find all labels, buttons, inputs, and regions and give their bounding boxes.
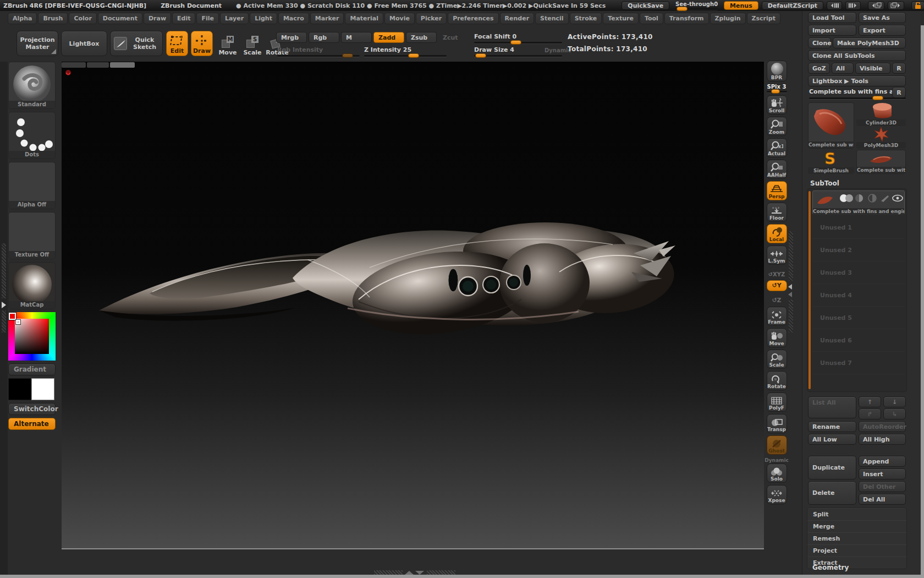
subtool-section-row[interactable]: Merge: [807, 520, 906, 532]
aahalf-button[interactable]: AAHalf: [767, 160, 787, 179]
export-button[interactable]: Export: [859, 25, 906, 36]
local-button[interactable]: Local: [767, 224, 787, 243]
current-stroke-thumb[interactable]: Dots: [8, 112, 56, 159]
menu-item[interactable]: Texture: [603, 13, 639, 24]
next-ui-button[interactable]: [888, 1, 904, 10]
insert-button[interactable]: Insert: [859, 468, 906, 479]
z-intensity-slider[interactable]: [364, 55, 447, 57]
clone-all-subtools-button[interactable]: Clone All SubTools: [808, 50, 906, 61]
canvas-top-scrollbar[interactable]: [62, 62, 135, 68]
all-low-button[interactable]: All Low: [808, 434, 856, 445]
goz-visible-button[interactable]: Visible: [855, 63, 890, 74]
spix-slider[interactable]: SPix 3: [767, 84, 787, 92]
append-button[interactable]: Append: [859, 456, 906, 467]
selected-tool-thumb[interactable]: Complete sub with: [808, 102, 854, 149]
del-all-button[interactable]: Del All: [859, 494, 906, 505]
z-intensity-knob[interactable]: [408, 53, 419, 58]
ghost-button[interactable]: Ghost: [767, 435, 787, 455]
simplebrush-thumb[interactable]: S SimpleBrush: [808, 150, 854, 174]
gradient-button[interactable]: Gradient: [8, 363, 56, 375]
menu-item[interactable]: Macro: [278, 13, 309, 24]
menu-item[interactable]: Light: [250, 13, 277, 24]
zadd-button[interactable]: Zadd: [373, 32, 404, 43]
save-as-button[interactable]: Save As: [859, 12, 906, 23]
subtool-header[interactable]: SubTool: [810, 179, 839, 187]
tray-up-arrow-icon[interactable]: [405, 571, 414, 575]
subtool-unused-row[interactable]: Unused 2: [812, 239, 905, 261]
rgb-intensity-knob[interactable]: [342, 53, 353, 58]
current-tool-knob[interactable]: [872, 96, 883, 100]
menu-item[interactable]: Stencil: [535, 13, 569, 24]
focal-shift-slider[interactable]: [474, 42, 562, 43]
clone-button[interactable]: Clone: [808, 37, 831, 48]
quick-sketch-button[interactable]: Quick Sketch: [110, 31, 163, 56]
import-button[interactable]: Import: [808, 25, 856, 36]
subtool-section-row[interactable]: Split: [807, 508, 906, 520]
polymesh3d-thumb[interactable]: PolyMesh3D: [856, 127, 906, 149]
list-all-button[interactable]: List All: [808, 396, 856, 418]
menu-item[interactable]: Tool: [640, 13, 663, 24]
menu-item[interactable]: Layer: [220, 13, 249, 24]
delete-button[interactable]: Delete: [808, 481, 856, 505]
draw-button[interactable]: Draw: [191, 31, 213, 56]
subtool-unused-row[interactable]: Unused 3: [812, 261, 905, 284]
current-tool-slider[interactable]: [809, 97, 906, 99]
menus-button[interactable]: Menus: [724, 1, 758, 10]
all-high-button[interactable]: All High: [859, 434, 906, 445]
goz-r-button[interactable]: R: [892, 63, 906, 74]
bpr-button[interactable]: BPR: [767, 61, 787, 81]
menu-item[interactable]: Alpha: [8, 13, 37, 24]
tray-down-arrow-icon[interactable]: [415, 571, 424, 575]
prev-ui-button[interactable]: [868, 1, 884, 10]
spix-knob[interactable]: [771, 89, 780, 94]
left-divider-grip[interactable]: [2, 243, 6, 298]
geometry-header[interactable]: Geometry: [812, 564, 849, 571]
rename-button[interactable]: Rename: [808, 421, 856, 432]
current-material-thumb[interactable]: MatCap Metal02: [8, 262, 56, 309]
duplicate-button[interactable]: Duplicate: [808, 456, 856, 479]
scroll-segment[interactable]: [87, 62, 109, 68]
menu-item[interactable]: Preferences: [448, 13, 498, 24]
menu-item[interactable]: Document: [98, 13, 142, 24]
goz-button[interactable]: GoZ: [808, 63, 830, 74]
subtool-scroll-indicator[interactable]: [809, 191, 811, 389]
color-picker[interactable]: [8, 312, 56, 361]
scroll-right-tray-button[interactable]: [845, 1, 861, 10]
see-through-slider[interactable]: See-through 0: [675, 1, 718, 10]
current-brush-thumb[interactable]: Standard: [8, 62, 56, 109]
lsym-button[interactable]: L.Sym: [767, 246, 787, 265]
right-divider-grip[interactable]: [789, 231, 793, 281]
subtool-unused-row[interactable]: Unused 6: [812, 329, 905, 352]
subtool-unused-row[interactable]: Unused 7: [812, 352, 905, 374]
del-other-button[interactable]: Del Other: [859, 481, 906, 492]
move-mode-button[interactable]: M Move: [216, 32, 240, 56]
focal-shift-knob[interactable]: [510, 40, 521, 45]
menu-item[interactable]: Edit: [172, 13, 195, 24]
menu-item[interactable]: Color: [69, 13, 96, 24]
quicksave-button[interactable]: QuickSave: [622, 1, 669, 10]
persp-button[interactable]: Persp: [767, 181, 787, 200]
subtool-unused-row[interactable]: Unused 1: [812, 216, 905, 239]
rotate-z-button[interactable]: ↺Z: [767, 293, 787, 304]
menu-item[interactable]: Render: [500, 13, 535, 24]
zcut-button[interactable]: Zcut: [438, 32, 466, 43]
current-texture-thumb[interactable]: Texture Off: [8, 212, 56, 259]
current-alpha-thumb[interactable]: Alpha Off: [8, 162, 56, 209]
complete-sub-thumb[interactable]: Complete sub with: [856, 150, 906, 174]
menu-item[interactable]: Draw: [144, 13, 171, 24]
menu-item[interactable]: Movie: [384, 13, 415, 24]
menu-item[interactable]: Stroke: [570, 13, 602, 24]
draw-size-knob[interactable]: [475, 53, 486, 58]
solo-button[interactable]: Solo: [767, 464, 787, 483]
draw-size-slider[interactable]: [474, 55, 562, 57]
left-tray-arrow-icon[interactable]: [2, 302, 6, 308]
right-tray-arrow-icon[interactable]: [788, 284, 792, 290]
right-divider-grip2[interactable]: [789, 299, 793, 332]
menu-item[interactable]: File: [196, 13, 219, 24]
menu-item[interactable]: Marker: [310, 13, 344, 24]
subtool-unused-row[interactable]: Unused 5: [812, 307, 905, 329]
lock-button[interactable]: [911, 1, 924, 10]
rgb-button[interactable]: Rgb: [309, 32, 339, 43]
subtool-up-button[interactable]: ↑: [859, 396, 881, 407]
menu-item[interactable]: Zplugin: [710, 13, 746, 24]
